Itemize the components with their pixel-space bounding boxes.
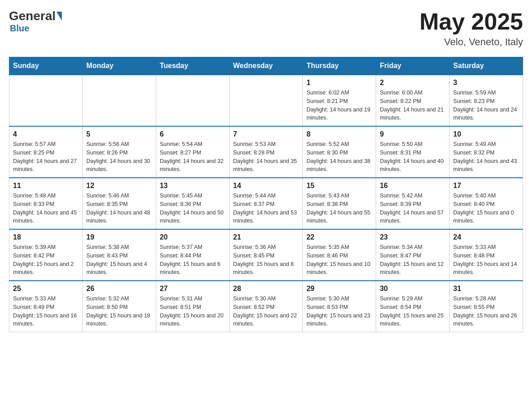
day-info-27: Sunrise: 5:31 AMSunset: 8:51 PMDaylight:… xyxy=(160,295,226,328)
day-number-22: 22 xyxy=(306,233,372,241)
header-wednesday: Wednesday xyxy=(229,57,303,75)
day-info-11: Sunrise: 5:48 AMSunset: 8:33 PMDaylight:… xyxy=(13,192,79,225)
day-number-13: 13 xyxy=(160,182,226,190)
day-number-17: 17 xyxy=(453,182,519,190)
day-number-2: 2 xyxy=(380,79,446,87)
day-number-20: 20 xyxy=(160,233,226,241)
day-info-13: Sunrise: 5:45 AMSunset: 8:36 PMDaylight:… xyxy=(160,192,226,225)
calendar-cell-2-6: 17Sunrise: 5:40 AMSunset: 8:40 PMDayligh… xyxy=(450,178,523,229)
day-info-20: Sunrise: 5:37 AMSunset: 8:44 PMDaylight:… xyxy=(160,243,226,277)
day-number-14: 14 xyxy=(233,182,299,190)
day-number-30: 30 xyxy=(380,285,446,293)
calendar-cell-4-1: 26Sunrise: 5:32 AMSunset: 8:50 PMDayligh… xyxy=(82,281,156,332)
header-tuesday: Tuesday xyxy=(156,57,229,75)
calendar-cell-2-1: 12Sunrise: 5:46 AMSunset: 8:35 PMDayligh… xyxy=(82,178,156,229)
header-sunday: Sunday xyxy=(9,57,83,75)
day-number-27: 27 xyxy=(160,285,226,293)
day-info-16: Sunrise: 5:42 AMSunset: 8:39 PMDaylight:… xyxy=(380,192,446,225)
calendar-cell-0-3 xyxy=(229,75,303,126)
calendar-cell-0-2 xyxy=(156,75,229,126)
calendar-table: Sunday Monday Tuesday Wednesday Thursday… xyxy=(9,57,523,332)
calendar-cell-4-6: 31Sunrise: 5:28 AMSunset: 8:55 PMDayligh… xyxy=(450,281,523,332)
calendar-cell-0-0 xyxy=(9,75,83,126)
day-info-2: Sunrise: 6:00 AMSunset: 8:22 PMDaylight:… xyxy=(380,89,446,122)
calendar-location: Velo, Veneto, Italy xyxy=(420,36,523,48)
day-number-1: 1 xyxy=(306,79,372,87)
day-info-4: Sunrise: 5:57 AMSunset: 8:25 PMDaylight:… xyxy=(13,140,79,174)
day-info-9: Sunrise: 5:50 AMSunset: 8:31 PMDaylight:… xyxy=(380,140,446,174)
header-friday: Friday xyxy=(376,57,450,75)
calendar-cell-2-4: 15Sunrise: 5:43 AMSunset: 8:38 PMDayligh… xyxy=(303,178,376,229)
day-number-19: 19 xyxy=(86,233,152,241)
calendar-cell-1-5: 9Sunrise: 5:50 AMSunset: 8:31 PMDaylight… xyxy=(376,126,450,178)
logo-general-text: General xyxy=(9,9,56,23)
day-number-7: 7 xyxy=(233,130,299,138)
day-info-14: Sunrise: 5:44 AMSunset: 8:37 PMDaylight:… xyxy=(233,192,299,225)
calendar-cell-4-0: 25Sunrise: 5:33 AMSunset: 8:49 PMDayligh… xyxy=(9,281,83,332)
calendar-cell-2-0: 11Sunrise: 5:48 AMSunset: 8:33 PMDayligh… xyxy=(9,178,83,229)
page-header: General Blue May 2025 Velo, Veneto, Ital… xyxy=(9,9,523,48)
calendar-cell-4-3: 28Sunrise: 5:30 AMSunset: 8:52 PMDayligh… xyxy=(229,281,303,332)
calendar-cell-0-1 xyxy=(82,75,156,126)
day-number-6: 6 xyxy=(160,130,226,138)
calendar-week-4: 18Sunrise: 5:39 AMSunset: 8:42 PMDayligh… xyxy=(9,229,523,281)
calendar-cell-0-4: 1Sunrise: 6:02 AMSunset: 8:21 PMDaylight… xyxy=(303,75,376,126)
calendar-cell-1-0: 4Sunrise: 5:57 AMSunset: 8:25 PMDaylight… xyxy=(9,126,83,178)
header-saturday: Saturday xyxy=(450,57,523,75)
day-number-25: 25 xyxy=(13,285,79,293)
day-info-30: Sunrise: 5:29 AMSunset: 8:54 PMDaylight:… xyxy=(380,295,446,328)
day-number-31: 31 xyxy=(453,285,519,293)
calendar-cell-1-1: 5Sunrise: 5:56 AMSunset: 8:26 PMDaylight… xyxy=(82,126,156,178)
title-block: May 2025 Velo, Veneto, Italy xyxy=(420,9,523,48)
day-number-10: 10 xyxy=(453,130,519,138)
day-info-23: Sunrise: 5:34 AMSunset: 8:47 PMDaylight:… xyxy=(380,243,446,277)
calendar-cell-4-4: 29Sunrise: 5:30 AMSunset: 8:53 PMDayligh… xyxy=(303,281,376,332)
day-number-8: 8 xyxy=(306,130,372,138)
calendar-cell-1-2: 6Sunrise: 5:54 AMSunset: 8:27 PMDaylight… xyxy=(156,126,229,178)
calendar-week-1: 1Sunrise: 6:02 AMSunset: 8:21 PMDaylight… xyxy=(9,75,523,126)
day-number-3: 3 xyxy=(453,79,519,87)
day-number-4: 4 xyxy=(13,130,79,138)
calendar-cell-4-5: 30Sunrise: 5:29 AMSunset: 8:54 PMDayligh… xyxy=(376,281,450,332)
day-number-18: 18 xyxy=(13,233,79,241)
day-number-11: 11 xyxy=(13,182,79,190)
calendar-cell-3-2: 20Sunrise: 5:37 AMSunset: 8:44 PMDayligh… xyxy=(156,229,229,281)
calendar-cell-4-2: 27Sunrise: 5:31 AMSunset: 8:51 PMDayligh… xyxy=(156,281,229,332)
day-info-1: Sunrise: 6:02 AMSunset: 8:21 PMDaylight:… xyxy=(306,89,372,122)
day-info-6: Sunrise: 5:54 AMSunset: 8:27 PMDaylight:… xyxy=(160,140,226,174)
day-info-21: Sunrise: 5:36 AMSunset: 8:45 PMDaylight:… xyxy=(233,243,299,277)
day-info-24: Sunrise: 5:33 AMSunset: 8:48 PMDaylight:… xyxy=(453,243,519,277)
calendar-cell-3-1: 19Sunrise: 5:38 AMSunset: 8:43 PMDayligh… xyxy=(82,229,156,281)
day-info-10: Sunrise: 5:49 AMSunset: 8:32 PMDaylight:… xyxy=(453,140,519,174)
logo-blue-label: Blue xyxy=(10,23,29,34)
day-number-5: 5 xyxy=(86,130,152,138)
logo: General Blue xyxy=(9,9,62,34)
calendar-cell-2-5: 16Sunrise: 5:42 AMSunset: 8:39 PMDayligh… xyxy=(376,178,450,229)
logo-arrow-icon xyxy=(56,12,62,21)
day-number-15: 15 xyxy=(306,182,372,190)
day-info-12: Sunrise: 5:46 AMSunset: 8:35 PMDaylight:… xyxy=(86,192,152,225)
calendar-cell-1-3: 7Sunrise: 5:53 AMSunset: 8:28 PMDaylight… xyxy=(229,126,303,178)
calendar-cell-2-3: 14Sunrise: 5:44 AMSunset: 8:37 PMDayligh… xyxy=(229,178,303,229)
calendar-cell-1-6: 10Sunrise: 5:49 AMSunset: 8:32 PMDayligh… xyxy=(450,126,523,178)
day-info-22: Sunrise: 5:35 AMSunset: 8:46 PMDaylight:… xyxy=(306,243,372,277)
day-number-23: 23 xyxy=(380,233,446,241)
calendar-week-3: 11Sunrise: 5:48 AMSunset: 8:33 PMDayligh… xyxy=(9,178,523,229)
calendar-cell-1-4: 8Sunrise: 5:52 AMSunset: 8:30 PMDaylight… xyxy=(303,126,376,178)
day-info-15: Sunrise: 5:43 AMSunset: 8:38 PMDaylight:… xyxy=(306,192,372,225)
day-number-26: 26 xyxy=(86,285,152,293)
day-info-8: Sunrise: 5:52 AMSunset: 8:30 PMDaylight:… xyxy=(306,140,372,174)
calendar-title: May 2025 xyxy=(420,9,523,34)
calendar-header-row: Sunday Monday Tuesday Wednesday Thursday… xyxy=(9,57,523,75)
day-number-12: 12 xyxy=(86,182,152,190)
day-number-28: 28 xyxy=(233,285,299,293)
day-info-5: Sunrise: 5:56 AMSunset: 8:26 PMDaylight:… xyxy=(86,140,152,174)
day-number-9: 9 xyxy=(380,130,446,138)
day-info-3: Sunrise: 5:59 AMSunset: 8:23 PMDaylight:… xyxy=(453,89,519,122)
calendar-cell-3-3: 21Sunrise: 5:36 AMSunset: 8:45 PMDayligh… xyxy=(229,229,303,281)
day-number-24: 24 xyxy=(453,233,519,241)
calendar-cell-2-2: 13Sunrise: 5:45 AMSunset: 8:36 PMDayligh… xyxy=(156,178,229,229)
day-info-29: Sunrise: 5:30 AMSunset: 8:53 PMDaylight:… xyxy=(306,295,372,328)
calendar-body: 1Sunrise: 6:02 AMSunset: 8:21 PMDaylight… xyxy=(9,75,523,332)
day-info-31: Sunrise: 5:28 AMSunset: 8:55 PMDaylight:… xyxy=(453,295,519,328)
